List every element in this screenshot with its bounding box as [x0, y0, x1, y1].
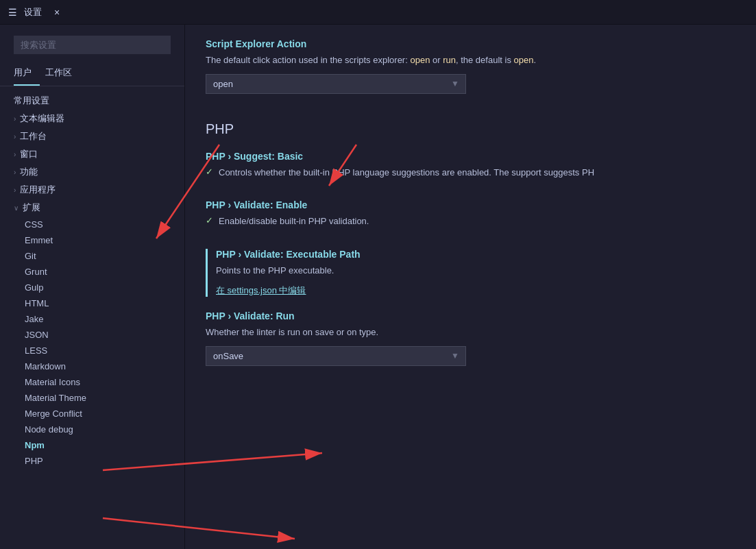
- tab-bar: 用户 工作区: [0, 62, 184, 86]
- php-validate-path-desc: Points to the PHP executable.: [216, 264, 735, 278]
- ext-jake[interactable]: Jake: [0, 311, 184, 327]
- ext-npm[interactable]: Npm: [0, 437, 184, 453]
- php-validate-enable-desc: Enable/disable built-in PHP validation.: [219, 215, 369, 228]
- ext-merge-conflict[interactable]: Merge Conflict: [0, 406, 184, 422]
- php-suggest-title: PHP › Suggest: Basic: [206, 151, 735, 162]
- php-section-header: PHP: [206, 114, 735, 137]
- checkmark-icon: ✓: [206, 215, 213, 225]
- ext-grunt[interactable]: Grunt: [0, 264, 184, 280]
- script-explorer-dropdown-wrapper: open run ▼: [206, 74, 466, 94]
- nav-item-text-editor[interactable]: › 文本编辑器: [0, 110, 184, 127]
- php-suggest-desc: Controls whether the built-in PHP langua…: [219, 166, 594, 180]
- nav-item-window[interactable]: › 窗口: [0, 145, 184, 163]
- chevron-right-icon: ›: [14, 151, 16, 158]
- ext-css[interactable]: CSS: [0, 217, 184, 232]
- ext-material-icons[interactable]: Material Icons: [0, 374, 184, 390]
- php-suggest-check: ✓ Controls whether the built-in PHP lang…: [206, 166, 735, 180]
- nav-item-applications[interactable]: › 应用程序: [0, 181, 184, 199]
- keyword-open2: open: [514, 55, 534, 65]
- checkmark-icon: ✓: [206, 167, 213, 177]
- php-validate-enable-title: PHP › Validate: Enable: [206, 199, 735, 210]
- ext-less[interactable]: LESS: [0, 343, 184, 358]
- menu-icon: ☰: [8, 7, 17, 18]
- ext-markdown[interactable]: Markdown: [0, 358, 184, 374]
- php-validate-enable-section: PHP › Validate: Enable ✓ Enable/disable …: [206, 199, 735, 228]
- php-validate-path-title: PHP › Validate: Executable Path: [216, 249, 735, 260]
- ext-gulp[interactable]: Gulp: [0, 280, 184, 295]
- php-validate-run-dropdown-wrapper: onSave onType ▼: [206, 346, 466, 366]
- ext-json[interactable]: JSON: [0, 327, 184, 343]
- chevron-right-icon: ›: [14, 169, 16, 176]
- php-suggest-section: PHP › Suggest: Basic ✓ Controls whether …: [206, 151, 735, 180]
- php-validate-path-section: PHP › Validate: Executable Path Points t…: [206, 249, 735, 297]
- search-input[interactable]: [14, 36, 171, 54]
- chevron-down-icon: ∨: [14, 204, 19, 212]
- ext-git[interactable]: Git: [0, 248, 184, 264]
- chevron-right-icon: ›: [14, 115, 16, 123]
- titlebar: ☰ 设置 ×: [0, 0, 756, 25]
- edit-settings-json-link[interactable]: 在 settings.json 中编辑: [216, 285, 306, 295]
- search-area: [0, 25, 184, 62]
- php-validate-run-title: PHP › Validate: Run: [206, 310, 735, 321]
- ext-emmet[interactable]: Emmet: [0, 232, 184, 248]
- ext-php[interactable]: PHP: [0, 453, 184, 469]
- content-area: Script Explorer Action The default click…: [185, 25, 756, 549]
- tab-user[interactable]: 用户: [14, 62, 40, 86]
- php-suggest-keyword: Basic: [278, 151, 303, 162]
- script-explorer-title: Script Explorer Action: [206, 38, 735, 49]
- script-explorer-dropdown[interactable]: open run: [206, 74, 466, 94]
- chevron-right-icon: ›: [14, 133, 16, 141]
- php-validate-path-keyword: Executable Path: [286, 249, 360, 260]
- php-validate-run-keyword: Run: [276, 310, 294, 321]
- nav-section: 常用设置 › 文本编辑器 › 工作台 › 窗口 › 功能 › 应用程序: [0, 92, 184, 469]
- ext-material-theme[interactable]: Material Theme: [0, 390, 184, 406]
- nav-item-features[interactable]: › 功能: [0, 163, 184, 181]
- php-validate-run-desc: Whether the linter is run on save or on …: [206, 326, 735, 339]
- php-validate-enable-check: ✓ Enable/disable built-in PHP validation…: [206, 215, 735, 228]
- nav-item-common[interactable]: 常用设置: [0, 92, 184, 110]
- close-button[interactable]: ×: [54, 7, 60, 18]
- php-validate-run-dropdown[interactable]: onSave onType: [206, 346, 466, 366]
- ext-node-debug[interactable]: Node debug: [0, 422, 184, 437]
- ext-html[interactable]: HTML: [0, 295, 184, 311]
- nav-item-extensions[interactable]: ∨ 扩展: [0, 199, 184, 217]
- keyword-open: open: [410, 55, 430, 65]
- chevron-right-icon: ›: [14, 186, 16, 194]
- tab-workspace[interactable]: 工作区: [45, 62, 80, 86]
- script-explorer-section: Script Explorer Action The default click…: [206, 38, 735, 94]
- nav-item-workbench[interactable]: › 工作台: [0, 127, 184, 145]
- php-validate-enable-keyword: Enable: [276, 199, 307, 210]
- main-layout: 用户 工作区 常用设置 › 文本编辑器 › 工作台 › 窗口 › 功能: [0, 25, 756, 549]
- script-explorer-desc: The default click action used in the scr…: [206, 53, 735, 67]
- titlebar-title: 设置: [24, 6, 42, 19]
- keyword-run: run: [443, 55, 456, 65]
- php-validate-run-section: PHP › Validate: Run Whether the linter i…: [206, 310, 735, 366]
- sidebar: 用户 工作区 常用设置 › 文本编辑器 › 工作台 › 窗口 › 功能: [0, 25, 185, 549]
